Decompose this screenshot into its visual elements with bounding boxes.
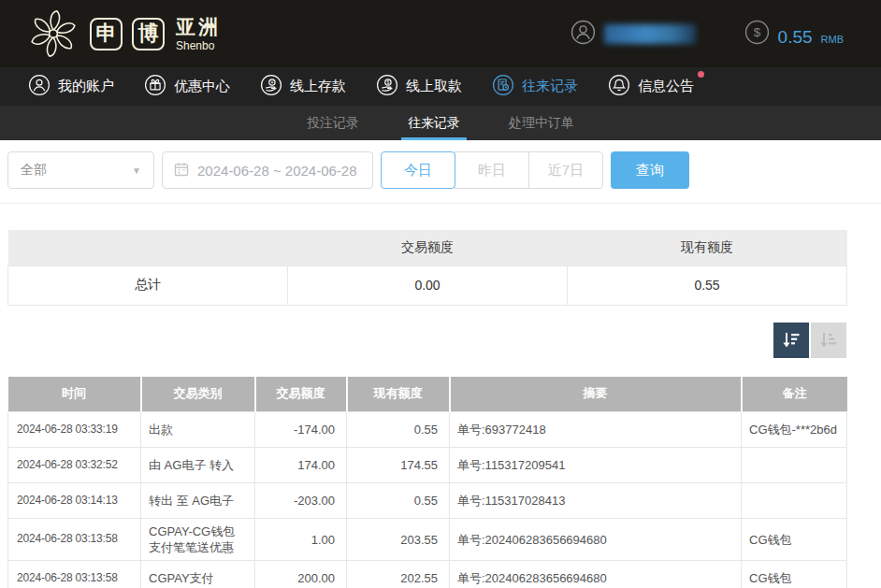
search-button[interactable]: 查询 <box>611 151 689 189</box>
cell-time: 2024-06-28 03:13:58 <box>8 561 141 588</box>
cell-summary: 单号:202406283656694680 <box>450 519 742 561</box>
notification-badge-dot <box>698 71 704 78</box>
col-balance[interactable]: 现有额度 <box>347 377 450 412</box>
user-account-chip[interactable] <box>570 20 696 49</box>
tab-bet-records[interactable]: 投注记录 <box>304 106 362 140</box>
col-type[interactable]: 交易类别 <box>141 377 255 412</box>
col-amount[interactable]: 交易额度 <box>255 377 347 412</box>
quick-range-group: 今日 昨日 近7日 <box>381 151 603 189</box>
cell-remark <box>742 448 847 483</box>
nav-item-transaction-records[interactable]: 往来记录 <box>492 74 578 99</box>
last7days-button[interactable]: 近7日 <box>528 151 603 189</box>
subtab-bar: 投注记录 往来记录 处理中订单 <box>0 106 881 140</box>
cell-type: CGPAY-CG钱包支付笔笔送优惠 <box>141 519 255 561</box>
cell-summary: 单号:115317028413 <box>450 483 742 519</box>
username-redacted <box>604 24 696 44</box>
cell-summary: 单号:693772418 <box>450 412 742 448</box>
sort-asc-icon <box>818 330 839 351</box>
yesterday-button[interactable]: 昨日 <box>455 151 529 189</box>
cell-amount: 174.00 <box>255 448 347 483</box>
sort-descending-button[interactable] <box>773 323 809 358</box>
deposit-hand-coin-icon: ¥ <box>260 74 282 99</box>
table-row: 2024-06-28 03:13:58 CGPAY支付 200.00 202.5… <box>8 561 847 588</box>
cell-amount: 200.00 <box>255 561 347 588</box>
sort-controls <box>7 323 846 358</box>
coin-dollar-icon: $ <box>744 20 770 49</box>
nav-label: 我的账户 <box>58 78 114 95</box>
summary-col-trade: 交易额度 <box>288 230 568 265</box>
user-avatar-icon <box>570 20 596 49</box>
cell-type: 转出 至 AG电子 <box>141 483 255 519</box>
type-select-value: 全部 <box>21 162 47 179</box>
col-remark[interactable]: 备注 <box>742 377 847 412</box>
cell-type: CGPAY支付 <box>141 561 255 588</box>
nav-label: 线上存款 <box>290 78 346 95</box>
cell-remark: CG钱包 <box>742 519 847 561</box>
cell-summary: 单号:202406283656694680 <box>450 561 742 588</box>
brand-latin: Shenbo <box>176 40 221 51</box>
today-button[interactable]: 今日 <box>381 151 455 189</box>
sort-desc-icon <box>781 330 802 351</box>
summary-table: 交易额度 现有额度 总计 0.00 0.55 <box>7 230 847 306</box>
summary-total-row: 总计 0.00 0.55 <box>8 265 847 305</box>
top-header: 申 博 亚洲 Shenbo $ 0.55 <box>0 0 881 67</box>
col-time[interactable]: 时间 <box>8 377 141 412</box>
table-row: 2024-06-28 03:33:19 出款 -174.00 0.55 单号:6… <box>8 412 847 448</box>
nav-item-promotions[interactable]: 优惠中心 <box>144 74 230 99</box>
tab-pending-orders[interactable]: 处理中订单 <box>506 106 577 140</box>
svg-text:¥: ¥ <box>271 79 274 85</box>
summary-col-empty <box>8 230 288 265</box>
records-header-row: 时间 交易类别 交易额度 现有额度 摘要 备注 <box>8 377 847 412</box>
summary-header-row: 交易额度 现有额度 <box>8 230 847 265</box>
nav-item-withdraw[interactable]: $ 线上取款 <box>376 74 462 99</box>
cell-balance: 202.55 <box>347 561 450 588</box>
nav-label: 信息公告 <box>638 78 694 95</box>
nav-item-deposit[interactable]: ¥ 线上存款 <box>260 74 346 99</box>
cell-time: 2024-06-28 03:14:13 <box>8 483 141 519</box>
brand-logo[interactable]: 申 博 亚洲 Shenbo <box>26 7 221 61</box>
nav-label: 优惠中心 <box>174 78 230 95</box>
cell-type: 出款 <box>141 412 255 448</box>
cell-balance: 174.55 <box>347 448 450 483</box>
type-select[interactable]: 全部 ▼ <box>7 151 154 189</box>
gift-icon <box>144 74 166 99</box>
table-row: 2024-06-28 03:13:58 CGPAY-CG钱包支付笔笔送优惠 1.… <box>8 519 847 561</box>
brand-char-2: 博 <box>132 18 165 50</box>
withdraw-hand-coin-icon: $ <box>376 74 398 99</box>
cell-remark: CG钱包 <box>742 561 847 588</box>
col-summary[interactable]: 摘要 <box>450 377 742 412</box>
cell-balance: 0.55 <box>347 483 450 519</box>
cell-balance: 203.55 <box>347 519 450 561</box>
cell-remark: CG钱包-***2b6d <box>742 412 847 448</box>
nav-label: 线上取款 <box>406 78 462 95</box>
balance-currency: RMB <box>821 30 844 49</box>
filter-bar: 全部 ▼ 2024-06-28 ~ 2024-06-28 今日 昨日 近7日 查… <box>0 140 881 204</box>
date-range-input[interactable]: 2024-06-28 ~ 2024-06-28 <box>162 151 373 189</box>
sort-ascending-button[interactable] <box>811 323 846 358</box>
flower-logo-icon <box>26 7 80 61</box>
account-person-icon <box>28 74 51 99</box>
summary-trade-value: 0.00 <box>288 265 568 305</box>
balance-amount: 0.55 <box>778 25 813 49</box>
cell-time: 2024-06-28 03:33:19 <box>8 412 141 448</box>
summary-col-balance: 现有额度 <box>568 230 847 265</box>
cell-time: 2024-06-28 03:13:58 <box>8 519 141 561</box>
records-table: 时间 交易类别 交易额度 现有额度 摘要 备注 2024-06-28 03:33… <box>7 377 847 588</box>
records-clipboard-icon <box>492 74 514 99</box>
main-nav: 我的账户 优惠中心 ¥ 线上存款 <box>0 67 881 106</box>
calendar-icon <box>174 162 189 179</box>
nav-label: 往来记录 <box>522 78 578 95</box>
brand-region: 亚洲 <box>176 17 221 36</box>
tab-transaction-records[interactable]: 往来记录 <box>405 106 463 140</box>
table-row: 2024-06-28 03:14:13 转出 至 AG电子 -203.00 0.… <box>8 483 847 519</box>
cell-amount: -174.00 <box>255 412 347 448</box>
bell-icon <box>608 74 630 99</box>
svg-text:$: $ <box>387 79 390 85</box>
nav-item-my-account[interactable]: 我的账户 <box>28 74 114 99</box>
svg-text:$: $ <box>753 25 760 39</box>
balance-display[interactable]: $ 0.55 RMB <box>744 20 844 49</box>
cell-type: 由 AG电子 转入 <box>141 448 255 483</box>
cell-amount: 1.00 <box>255 519 347 561</box>
brand-char-1: 申 <box>90 18 123 50</box>
nav-item-announcements[interactable]: 信息公告 <box>608 74 694 99</box>
